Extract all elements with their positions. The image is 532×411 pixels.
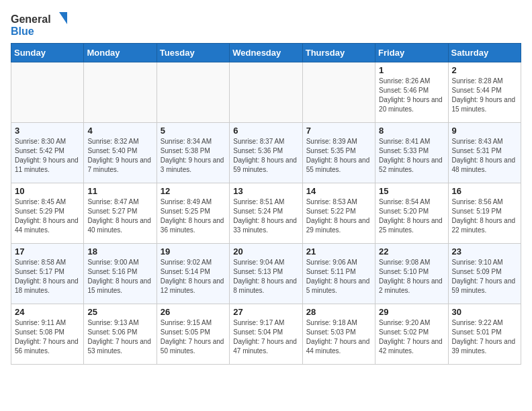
day-number: 19 [161, 246, 226, 257]
calendar-header-row: SundayMondayTuesdayWednesdayThursdayFrid… [11, 44, 521, 62]
calendar-cell: 27Sunrise: 9:17 AM Sunset: 5:04 PM Dayli… [230, 304, 302, 365]
calendar-cell: 29Sunrise: 9:20 AM Sunset: 5:02 PM Dayli… [375, 304, 448, 365]
calendar-cell [302, 62, 375, 123]
day-info: Sunrise: 9:15 AM Sunset: 5:05 PM Dayligh… [161, 318, 226, 356]
header: GeneralBlue [11, 11, 521, 38]
calendar-cell: 25Sunrise: 9:13 AM Sunset: 5:06 PM Dayli… [84, 304, 157, 365]
calendar-cell: 19Sunrise: 9:02 AM Sunset: 5:14 PM Dayli… [157, 244, 229, 304]
logo-svg: GeneralBlue [11, 11, 71, 38]
calendar-cell: 11Sunrise: 8:47 AM Sunset: 5:27 PM Dayli… [84, 183, 157, 244]
day-info: Sunrise: 8:47 AM Sunset: 5:27 PM Dayligh… [87, 197, 152, 235]
day-info: Sunrise: 8:28 AM Sunset: 5:44 PM Dayligh… [452, 77, 517, 114]
day-info: Sunrise: 9:11 AM Sunset: 5:08 PM Dayligh… [15, 318, 80, 356]
day-info: Sunrise: 8:51 AM Sunset: 5:24 PM Dayligh… [233, 197, 298, 235]
day-header-thursday: Thursday [302, 44, 375, 62]
day-info: Sunrise: 9:08 AM Sunset: 5:10 PM Dayligh… [379, 258, 444, 295]
day-info: Sunrise: 8:37 AM Sunset: 5:36 PM Dayligh… [233, 137, 298, 175]
day-number: 24 [15, 307, 80, 317]
calendar-cell: 3Sunrise: 8:30 AM Sunset: 5:42 PM Daylig… [11, 123, 84, 183]
calendar-cell: 24Sunrise: 9:11 AM Sunset: 5:08 PM Dayli… [11, 304, 84, 365]
calendar-cell: 12Sunrise: 8:49 AM Sunset: 5:25 PM Dayli… [157, 183, 229, 244]
day-header-monday: Monday [84, 44, 157, 62]
svg-text:Blue: Blue [11, 26, 34, 37]
calendar-cell: 16Sunrise: 8:56 AM Sunset: 5:19 PM Dayli… [448, 183, 521, 244]
calendar-cell: 21Sunrise: 9:06 AM Sunset: 5:11 PM Dayli… [302, 244, 375, 304]
day-info: Sunrise: 8:49 AM Sunset: 5:25 PM Dayligh… [161, 197, 226, 235]
day-info: Sunrise: 9:02 AM Sunset: 5:14 PM Dayligh… [161, 258, 226, 295]
day-number: 10 [15, 186, 80, 196]
week-row-1: 1Sunrise: 8:26 AM Sunset: 5:46 PM Daylig… [11, 62, 521, 123]
calendar-cell [11, 62, 84, 123]
day-info: Sunrise: 8:39 AM Sunset: 5:35 PM Dayligh… [306, 137, 371, 175]
day-number: 8 [379, 126, 444, 136]
svg-text:General: General [11, 13, 51, 25]
day-number: 27 [233, 307, 298, 317]
calendar-cell [84, 62, 157, 123]
day-info: Sunrise: 8:30 AM Sunset: 5:42 PM Dayligh… [15, 137, 80, 175]
day-number: 26 [161, 307, 226, 317]
calendar-cell: 30Sunrise: 9:22 AM Sunset: 5:01 PM Dayli… [448, 304, 521, 365]
day-number: 1 [379, 65, 444, 75]
calendar-cell [230, 62, 302, 123]
day-info: Sunrise: 9:10 AM Sunset: 5:09 PM Dayligh… [452, 258, 517, 295]
day-header-sunday: Sunday [11, 44, 84, 62]
calendar-cell: 23Sunrise: 9:10 AM Sunset: 5:09 PM Dayli… [448, 244, 521, 304]
day-number: 22 [379, 246, 444, 257]
day-number: 20 [233, 246, 298, 257]
day-number: 4 [87, 126, 152, 136]
day-number: 7 [306, 126, 371, 136]
day-number: 23 [452, 246, 517, 257]
week-row-4: 17Sunrise: 8:58 AM Sunset: 5:17 PM Dayli… [11, 244, 521, 304]
day-number: 14 [306, 186, 371, 196]
day-number: 16 [452, 186, 517, 196]
day-number: 30 [452, 307, 517, 317]
calendar-cell: 13Sunrise: 8:51 AM Sunset: 5:24 PM Dayli… [230, 183, 302, 244]
calendar-cell: 14Sunrise: 8:53 AM Sunset: 5:22 PM Dayli… [302, 183, 375, 244]
day-info: Sunrise: 8:32 AM Sunset: 5:40 PM Dayligh… [87, 137, 152, 175]
calendar-cell: 2Sunrise: 8:28 AM Sunset: 5:44 PM Daylig… [448, 62, 521, 123]
day-number: 13 [233, 186, 298, 196]
day-info: Sunrise: 8:43 AM Sunset: 5:31 PM Dayligh… [452, 137, 517, 175]
calendar-cell: 9Sunrise: 8:43 AM Sunset: 5:31 PM Daylig… [448, 123, 521, 183]
calendar-cell: 6Sunrise: 8:37 AM Sunset: 5:36 PM Daylig… [230, 123, 302, 183]
day-info: Sunrise: 9:17 AM Sunset: 5:04 PM Dayligh… [233, 318, 298, 356]
day-number: 15 [379, 186, 444, 196]
day-info: Sunrise: 8:58 AM Sunset: 5:17 PM Dayligh… [15, 258, 80, 295]
calendar-cell: 7Sunrise: 8:39 AM Sunset: 5:35 PM Daylig… [302, 123, 375, 183]
day-number: 18 [87, 246, 152, 257]
calendar-cell: 1Sunrise: 8:26 AM Sunset: 5:46 PM Daylig… [375, 62, 448, 123]
calendar-cell [157, 62, 229, 123]
day-number: 21 [306, 246, 371, 257]
day-info: Sunrise: 8:53 AM Sunset: 5:22 PM Dayligh… [306, 197, 371, 235]
day-number: 3 [15, 126, 80, 136]
calendar-cell: 10Sunrise: 8:45 AM Sunset: 5:29 PM Dayli… [11, 183, 84, 244]
day-header-saturday: Saturday [448, 44, 521, 62]
day-number: 2 [452, 65, 517, 75]
week-row-5: 24Sunrise: 9:11 AM Sunset: 5:08 PM Dayli… [11, 304, 521, 365]
week-row-3: 10Sunrise: 8:45 AM Sunset: 5:29 PM Dayli… [11, 183, 521, 244]
day-info: Sunrise: 9:20 AM Sunset: 5:02 PM Dayligh… [379, 318, 444, 356]
day-info: Sunrise: 8:54 AM Sunset: 5:20 PM Dayligh… [379, 197, 444, 235]
day-number: 6 [233, 126, 298, 136]
day-number: 28 [306, 307, 371, 317]
day-info: Sunrise: 9:00 AM Sunset: 5:16 PM Dayligh… [87, 258, 152, 295]
calendar-cell: 20Sunrise: 9:04 AM Sunset: 5:13 PM Dayli… [230, 244, 302, 304]
day-number: 12 [161, 186, 226, 196]
logo: GeneralBlue [11, 11, 71, 38]
day-header-wednesday: Wednesday [230, 44, 302, 62]
day-number: 17 [15, 246, 80, 257]
day-info: Sunrise: 9:13 AM Sunset: 5:06 PM Dayligh… [87, 318, 152, 356]
day-info: Sunrise: 8:41 AM Sunset: 5:33 PM Dayligh… [379, 137, 444, 175]
svg-marker-2 [59, 12, 67, 24]
calendar-cell: 26Sunrise: 9:15 AM Sunset: 5:05 PM Dayli… [157, 304, 229, 365]
day-info: Sunrise: 8:45 AM Sunset: 5:29 PM Dayligh… [15, 197, 80, 235]
calendar-cell: 8Sunrise: 8:41 AM Sunset: 5:33 PM Daylig… [375, 123, 448, 183]
calendar-cell: 15Sunrise: 8:54 AM Sunset: 5:20 PM Dayli… [375, 183, 448, 244]
day-info: Sunrise: 9:18 AM Sunset: 5:03 PM Dayligh… [306, 318, 371, 356]
calendar-cell: 18Sunrise: 9:00 AM Sunset: 5:16 PM Dayli… [84, 244, 157, 304]
calendar-cell: 28Sunrise: 9:18 AM Sunset: 5:03 PM Dayli… [302, 304, 375, 365]
day-header-friday: Friday [375, 44, 448, 62]
calendar-cell: 17Sunrise: 8:58 AM Sunset: 5:17 PM Dayli… [11, 244, 84, 304]
day-info: Sunrise: 9:22 AM Sunset: 5:01 PM Dayligh… [452, 318, 517, 356]
calendar-cell: 22Sunrise: 9:08 AM Sunset: 5:10 PM Dayli… [375, 244, 448, 304]
